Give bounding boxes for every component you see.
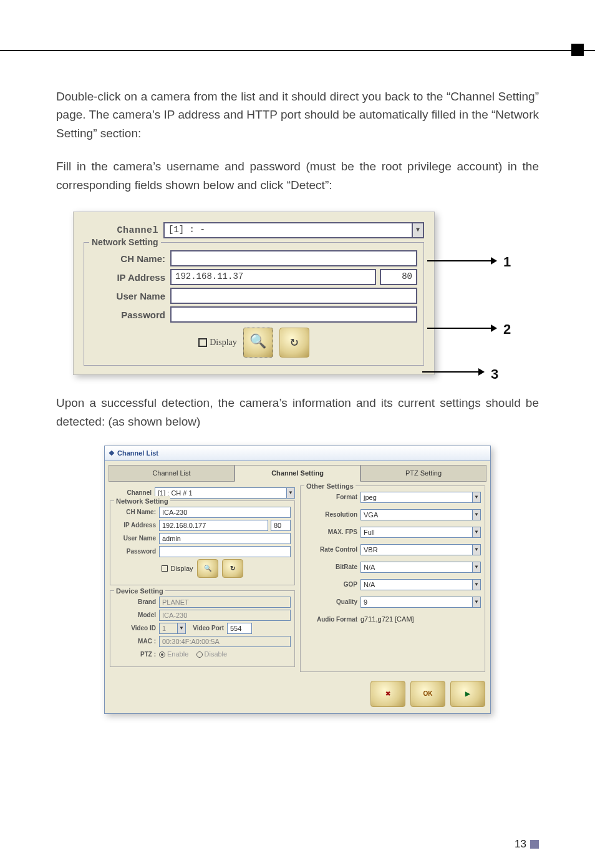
device-setting-fieldset: Device Setting BrandPLANET ModelICA-230 … [110,590,295,667]
ip-row: IP Address 192.168.11.37 80 [90,269,417,285]
format-label: Format [304,492,360,502]
port-input-2[interactable]: 80 [271,520,291,531]
apply-button[interactable]: ▶ [450,681,485,707]
close-icon: ✖ [385,689,390,699]
network-setting-fieldset-2: Network Setting CH Name:ICA-230 IP Addre… [110,500,295,585]
ch-name-label: CH Name: [90,251,170,266]
chname-label-2: CH Name: [114,507,159,517]
format-select[interactable]: jpeg [360,492,473,503]
tabs: Channel List Channel Setting PTZ Setting [109,465,486,482]
ch-name-row: CH Name: [90,250,417,266]
ratecontrol-select[interactable]: VBR [360,544,473,555]
ratecontrol-label: Rate Control [304,545,360,555]
ch-name-input[interactable] [170,250,417,266]
header-end-marker [571,44,584,56]
channel-value: [1] : - [168,223,205,237]
chevron-down-icon[interactable]: ▼ [472,492,481,503]
gop-select[interactable]: N/A [360,579,473,590]
resolution-select[interactable]: VGA [360,509,473,520]
device-setting-legend: Device Setting [114,586,165,597]
ptz-disable-radio: Disable [196,650,228,658]
window-titlebar: ❖ Channel List [105,446,490,461]
user-input-2[interactable]: admin [159,533,291,544]
pass-input[interactable] [170,306,417,323]
checkbox-icon [198,338,207,347]
chevron-down-icon[interactable]: ▼ [472,562,481,573]
ptz-row: PTZ : Enable Disable [114,649,291,660]
refresh-button-2[interactable]: ↻ [222,559,243,578]
ptz-enable-radio: Enable [159,650,188,658]
chevron-down-icon[interactable]: ▼ [286,487,295,499]
tab-ptz-setting[interactable]: PTZ Setting [360,465,486,482]
quality-select[interactable]: 9 [360,597,473,608]
user-row: User Name [90,288,417,304]
bitrate-select[interactable]: N/A [360,562,473,573]
network-setting-fieldset: Network Setting CH Name: IP Address 192.… [84,242,424,366]
page-footer: 13 [515,838,539,851]
page-number: 13 [515,838,526,851]
display-checkbox-2[interactable]: Display [162,563,193,574]
paragraph-2: Fill in the camera’s username and passwo… [56,157,539,194]
user-label-2: User Name [114,534,159,544]
callout-arrow-3 [422,371,483,373]
network-setting-legend: Network Setting [89,236,161,250]
user-input[interactable] [170,288,417,304]
videoport-input[interactable]: 554 [227,623,252,634]
chevron-down-icon[interactable]: ▼ [412,222,424,238]
ip-label-2: IP Address [114,520,159,530]
mac-value: 00:30:4F:A0:00:5A [159,636,291,647]
radio-icon [159,651,165,658]
cancel-button[interactable]: ✖ [370,681,405,707]
dialog-body: Channel [1] : CH # 1 ▼ Network Setting C… [105,482,490,678]
chname-input-2[interactable]: ICA-230 [159,507,291,518]
chevron-down-icon[interactable]: ▼ [472,579,481,590]
pass-label-2: Password [114,547,159,557]
display-row: Display 🔍 ↻ [90,328,417,358]
checkbox-icon [162,565,168,572]
callout-arrow-2 [427,328,496,329]
app-icon: ❖ [109,448,115,459]
pass-row: Password [90,306,417,323]
callout-arrow-1 [427,260,496,261]
chevron-down-icon[interactable]: ▼ [472,544,481,555]
display-label: Display [210,336,237,349]
display-label-2: Display [170,563,193,574]
play-icon: ▶ [465,689,470,699]
chevron-down-icon: ▼ [177,623,186,634]
callout-num-1: 1 [503,251,511,273]
fps-select[interactable]: Full [360,527,473,538]
magnify-icon: 🔍 [249,332,266,353]
bitrate-label: BitRate [304,562,360,572]
chevron-down-icon[interactable]: ▼ [472,597,481,608]
ip-input-2[interactable]: 192.168.0.177 [159,520,268,531]
other-settings-fieldset: Other Settings Formatjpeg▼ ResolutionVGA… [300,485,485,672]
model-label: Model [114,610,159,620]
chevron-down-icon[interactable]: ▼ [472,509,481,520]
ip-label: IP Address [90,270,170,285]
model-value: ICA-230 [159,610,291,621]
port-input[interactable]: 80 [380,269,417,285]
fps-label: MAX. FPS [304,527,360,537]
ip-input[interactable]: 192.168.11.37 [170,269,376,285]
page-content: Double-click on a camera from the list a… [0,62,595,714]
tab-channel-list[interactable]: Channel List [109,465,235,482]
magnify-icon: 🔍 [204,563,211,573]
detect-button-2[interactable]: 🔍 [197,559,218,578]
channel-dropdown[interactable]: [1] : - [163,222,413,238]
screenshot-2: ❖ Channel List Channel List Channel Sett… [104,446,491,714]
mac-label: MAC : [114,636,159,646]
tab-channel-setting[interactable]: Channel Setting [235,465,360,482]
quality-label: Quality [304,597,360,607]
user-label: User Name [90,289,170,303]
screenshot-1-wrapper: Channel [1] : - ▼ Network Setting CH Nam… [73,212,522,375]
ok-button[interactable]: OK [410,681,445,707]
paragraph-1: Double-click on a camera from the list a… [56,87,539,142]
refresh-button[interactable]: ↻ [279,328,309,358]
chevron-down-icon[interactable]: ▼ [472,527,481,538]
detect-button[interactable]: 🔍 [243,328,273,358]
pass-input-2[interactable] [159,546,291,557]
callout-num-3: 3 [491,364,498,385]
channel-dropdown-2[interactable]: [1] : CH # 1 [155,487,287,499]
display-checkbox[interactable]: Display [198,336,237,349]
videoid-value: 1 [159,623,178,634]
